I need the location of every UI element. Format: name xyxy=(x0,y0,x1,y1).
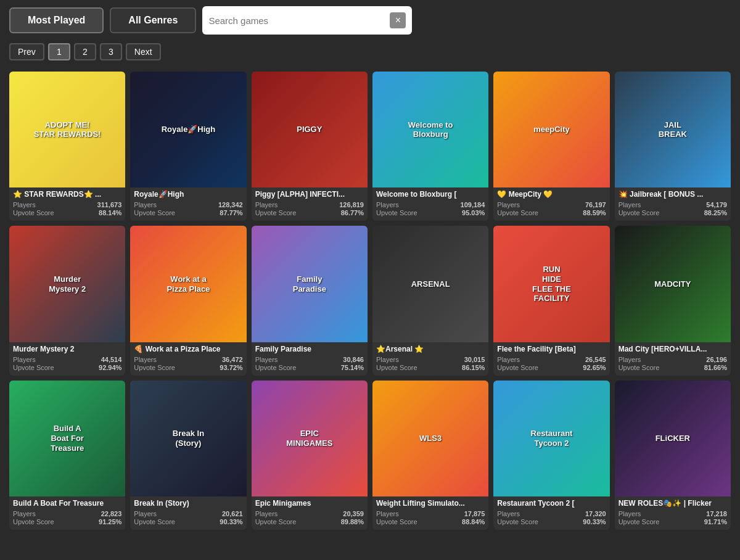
game-card-piggy[interactable]: PIGGY Piggy [ALPHA] INFECTI... Players 1… xyxy=(252,72,368,221)
game-thumbnail: Build ABoat ForTreasure xyxy=(9,381,125,496)
game-card-meepcity[interactable]: meepCity 💛 MeepCity 💛 Players 76,197 Upv… xyxy=(493,72,609,221)
game-info: Piggy [ALPHA] INFECTI... Players 126,819… xyxy=(252,187,368,221)
players-count: 17,875 xyxy=(464,510,485,517)
game-card-epic-minigames[interactable]: EPICMINIGAMES Epic Minigames Players 20,… xyxy=(252,381,368,530)
players-row: Players 30,846 xyxy=(255,356,364,363)
game-thumb-label: RestaurantTycoon 2 xyxy=(493,381,609,496)
page-1-button[interactable]: 1 xyxy=(48,43,70,60)
upvote-row: Upvote Score 90.33% xyxy=(497,518,606,525)
upvote-row: Upvote Score 89.88% xyxy=(255,518,364,525)
upvote-row: Upvote Score 86.15% xyxy=(376,364,485,371)
players-label: Players xyxy=(134,201,157,208)
upvote-label: Upvote Score xyxy=(376,209,417,216)
upvote-label: Upvote Score xyxy=(376,364,417,371)
upvote-row: Upvote Score 86.77% xyxy=(255,209,364,216)
game-card-family-paradise[interactable]: FamilyParadise Family Paradise Players 3… xyxy=(252,226,368,375)
players-label: Players xyxy=(376,356,399,363)
game-card-royale-high[interactable]: Royale🚀High Royale🚀High Players 128,342 … xyxy=(130,72,246,221)
game-title: Family Paradise xyxy=(255,345,364,353)
game-thumb-label: Break In(Story) xyxy=(130,381,246,496)
game-thumbnail: Work at aPizza Place xyxy=(130,226,246,342)
game-info: ⭐Arsenal ⭐ Players 30,015 Upvote Score 8… xyxy=(372,342,488,376)
game-card-bloxburg[interactable]: Welcome toBloxburg Welcome to Bloxburg [… xyxy=(372,72,488,221)
upvote-label: Upvote Score xyxy=(255,364,297,371)
tab-all-genres[interactable]: All Genres xyxy=(110,7,196,33)
players-count: 17,320 xyxy=(585,510,606,517)
game-card-flee-facility[interactable]: RUNHIDEFLEE THEFACILITY Flee the Facilit… xyxy=(493,226,609,375)
page-3-button[interactable]: 3 xyxy=(100,43,122,60)
upvote-score: 87.77% xyxy=(220,209,242,216)
game-thumb-label: JAILBREAK xyxy=(615,72,731,187)
game-card-build-boat[interactable]: Build ABoat ForTreasure Build A Boat For… xyxy=(9,381,125,530)
game-card-pizza-place[interactable]: Work at aPizza Place 🍕 Work at a Pizza P… xyxy=(130,226,246,375)
upvote-row: Upvote Score 93.72% xyxy=(134,364,242,371)
game-info: 🍕 Work at a Pizza Place Players 36,472 U… xyxy=(130,342,246,376)
next-button[interactable]: Next xyxy=(126,43,161,60)
game-title: Break In (Story) xyxy=(134,499,242,508)
search-input[interactable] xyxy=(208,15,390,26)
upvote-score: 81.66% xyxy=(704,364,727,371)
game-thumb-label: EPICMINIGAMES xyxy=(252,381,368,496)
game-card-break-in[interactable]: Break In(Story) Break In (Story) Players… xyxy=(130,381,246,530)
upvote-label: Upvote Score xyxy=(13,209,54,216)
game-title: Restaurant Tycoon 2 [ xyxy=(497,499,606,508)
players-row: Players 22,823 xyxy=(13,510,121,517)
upvote-score: 89.88% xyxy=(341,518,364,525)
game-card-mad-city[interactable]: MADCITY Mad City [HERO+VILLA... Players … xyxy=(615,226,731,375)
players-label: Players xyxy=(497,201,520,208)
players-label: Players xyxy=(376,510,399,517)
upvote-score: 95.03% xyxy=(462,209,485,216)
game-title: Build A Boat For Treasure xyxy=(13,499,121,508)
players-count: 30,015 xyxy=(464,356,485,363)
players-row: Players 17,320 xyxy=(497,510,606,517)
game-card-flicker[interactable]: FLiCKER NEW ROLES🎭✨ | Flicker Players 17… xyxy=(615,381,731,530)
players-row: Players 44,514 xyxy=(13,356,121,363)
game-card-restaurant-tycoon[interactable]: RestaurantTycoon 2 Restaurant Tycoon 2 [… xyxy=(493,381,609,530)
tab-most-played[interactable]: Most Played xyxy=(9,7,104,33)
game-card-jailbreak[interactable]: JAILBREAK 💥 Jailbreak [ BONUS ... Player… xyxy=(615,72,731,221)
game-info: Family Paradise Players 30,846 Upvote Sc… xyxy=(252,342,368,376)
players-row: Players 311,673 xyxy=(13,201,121,208)
upvote-label: Upvote Score xyxy=(497,364,538,371)
upvote-score: 91.71% xyxy=(704,518,727,525)
game-title: Murder Mystery 2 xyxy=(13,345,121,353)
players-label: Players xyxy=(13,510,36,517)
upvote-score: 75.14% xyxy=(341,364,364,371)
game-card-arsenal[interactable]: ARSENAL ⭐Arsenal ⭐ Players 30,015 Upvote… xyxy=(372,226,488,375)
upvote-label: Upvote Score xyxy=(255,209,297,216)
upvote-score: 88.84% xyxy=(462,518,485,525)
game-thumbnail: FLiCKER xyxy=(615,381,731,496)
game-title: 💥 Jailbreak [ BONUS ... xyxy=(619,190,727,199)
game-title: Mad City [HERO+VILLA... xyxy=(619,345,727,353)
players-label: Players xyxy=(134,510,157,517)
upvote-score: 90.33% xyxy=(583,518,606,525)
players-count: 36,472 xyxy=(222,356,243,363)
upvote-label: Upvote Score xyxy=(619,209,660,216)
game-card-weight-lifting[interactable]: WLS3 Weight Lifting Simulato... Players … xyxy=(372,381,488,530)
game-card-murder-mystery[interactable]: MurderMystery 2 Murder Mystery 2 Players… xyxy=(9,226,125,375)
prev-button[interactable]: Prev xyxy=(9,43,44,60)
players-row: Players 76,197 xyxy=(497,201,606,208)
game-thumb-label: MurderMystery 2 xyxy=(9,226,125,342)
game-thumbnail: RUNHIDEFLEE THEFACILITY xyxy=(493,226,609,342)
players-count: 20,621 xyxy=(222,510,243,517)
players-count: 20,359 xyxy=(343,510,364,517)
game-thumb-label: MADCITY xyxy=(615,226,731,342)
game-title: Welcome to Bloxburg [ xyxy=(376,190,485,199)
game-thumb-label: PIGGY xyxy=(252,72,368,187)
game-title: ⭐Arsenal ⭐ xyxy=(376,345,485,353)
upvote-row: Upvote Score 88.59% xyxy=(497,209,606,216)
game-info: Epic Minigames Players 20,359 Upvote Sco… xyxy=(252,496,368,530)
page-2-button[interactable]: 2 xyxy=(74,43,96,60)
game-title: NEW ROLES🎭✨ | Flicker xyxy=(619,499,727,508)
game-card-adopt-me[interactable]: ADOPT ME!STAR REWARDS! ⭐ STAR REWARDS⭐ .… xyxy=(9,72,125,221)
upvote-label: Upvote Score xyxy=(13,518,54,525)
game-title: 💛 MeepCity 💛 xyxy=(497,190,606,199)
upvote-label: Upvote Score xyxy=(376,518,417,525)
upvote-row: Upvote Score 92.94% xyxy=(13,364,121,371)
game-info: Restaurant Tycoon 2 [ Players 17,320 Upv… xyxy=(493,496,609,530)
game-info: Weight Lifting Simulato... Players 17,87… xyxy=(372,496,488,530)
upvote-score: 92.65% xyxy=(583,364,606,371)
upvote-score: 93.72% xyxy=(220,364,242,371)
search-clear-button[interactable]: × xyxy=(390,12,406,28)
